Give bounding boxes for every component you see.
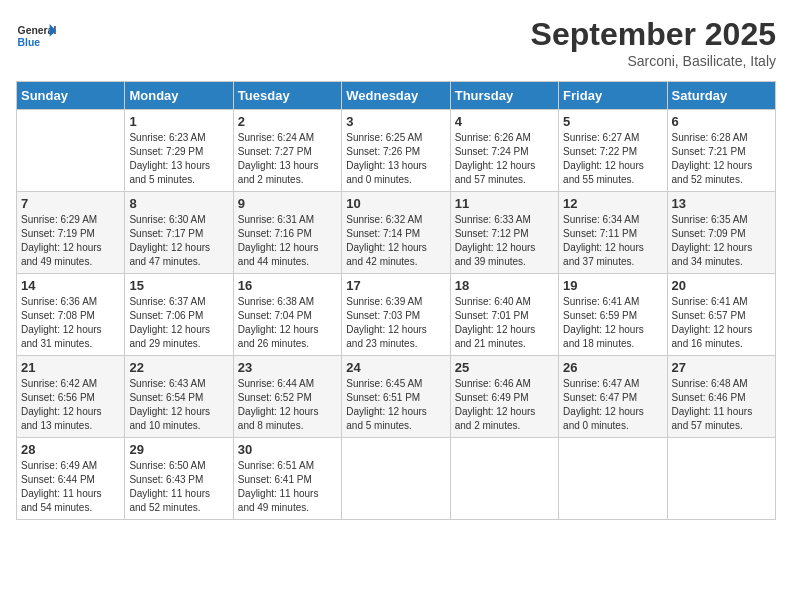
calendar-cell: 1Sunrise: 6:23 AM Sunset: 7:29 PM Daylig… <box>125 110 233 192</box>
day-info: Sunrise: 6:40 AM Sunset: 7:01 PM Dayligh… <box>455 295 554 351</box>
day-number: 29 <box>129 442 228 457</box>
col-header-thursday: Thursday <box>450 82 558 110</box>
day-number: 30 <box>238 442 337 457</box>
calendar-week-row: 14Sunrise: 6:36 AM Sunset: 7:08 PM Dayli… <box>17 274 776 356</box>
day-info: Sunrise: 6:25 AM Sunset: 7:26 PM Dayligh… <box>346 131 445 187</box>
calendar-cell: 25Sunrise: 6:46 AM Sunset: 6:49 PM Dayli… <box>450 356 558 438</box>
calendar-header-row: SundayMondayTuesdayWednesdayThursdayFrid… <box>17 82 776 110</box>
month-title: September 2025 <box>531 16 776 53</box>
calendar-cell <box>667 438 775 520</box>
calendar-cell: 17Sunrise: 6:39 AM Sunset: 7:03 PM Dayli… <box>342 274 450 356</box>
calendar-cell <box>450 438 558 520</box>
calendar-cell: 16Sunrise: 6:38 AM Sunset: 7:04 PM Dayli… <box>233 274 341 356</box>
calendar-cell: 27Sunrise: 6:48 AM Sunset: 6:46 PM Dayli… <box>667 356 775 438</box>
day-number: 17 <box>346 278 445 293</box>
calendar-cell: 29Sunrise: 6:50 AM Sunset: 6:43 PM Dayli… <box>125 438 233 520</box>
day-info: Sunrise: 6:37 AM Sunset: 7:06 PM Dayligh… <box>129 295 228 351</box>
day-number: 11 <box>455 196 554 211</box>
calendar-cell: 4Sunrise: 6:26 AM Sunset: 7:24 PM Daylig… <box>450 110 558 192</box>
col-header-saturday: Saturday <box>667 82 775 110</box>
day-info: Sunrise: 6:44 AM Sunset: 6:52 PM Dayligh… <box>238 377 337 433</box>
calendar-week-row: 1Sunrise: 6:23 AM Sunset: 7:29 PM Daylig… <box>17 110 776 192</box>
day-number: 26 <box>563 360 662 375</box>
day-info: Sunrise: 6:46 AM Sunset: 6:49 PM Dayligh… <box>455 377 554 433</box>
calendar-cell: 22Sunrise: 6:43 AM Sunset: 6:54 PM Dayli… <box>125 356 233 438</box>
day-info: Sunrise: 6:47 AM Sunset: 6:47 PM Dayligh… <box>563 377 662 433</box>
calendar-cell: 9Sunrise: 6:31 AM Sunset: 7:16 PM Daylig… <box>233 192 341 274</box>
col-header-friday: Friday <box>559 82 667 110</box>
day-number: 3 <box>346 114 445 129</box>
day-info: Sunrise: 6:30 AM Sunset: 7:17 PM Dayligh… <box>129 213 228 269</box>
day-number: 8 <box>129 196 228 211</box>
day-info: Sunrise: 6:38 AM Sunset: 7:04 PM Dayligh… <box>238 295 337 351</box>
col-header-wednesday: Wednesday <box>342 82 450 110</box>
day-info: Sunrise: 6:49 AM Sunset: 6:44 PM Dayligh… <box>21 459 120 515</box>
day-info: Sunrise: 6:28 AM Sunset: 7:21 PM Dayligh… <box>672 131 771 187</box>
col-header-monday: Monday <box>125 82 233 110</box>
calendar-cell: 10Sunrise: 6:32 AM Sunset: 7:14 PM Dayli… <box>342 192 450 274</box>
logo-icon: General Blue <box>16 16 56 56</box>
day-info: Sunrise: 6:24 AM Sunset: 7:27 PM Dayligh… <box>238 131 337 187</box>
col-header-tuesday: Tuesday <box>233 82 341 110</box>
calendar-cell: 21Sunrise: 6:42 AM Sunset: 6:56 PM Dayli… <box>17 356 125 438</box>
calendar-cell: 30Sunrise: 6:51 AM Sunset: 6:41 PM Dayli… <box>233 438 341 520</box>
day-info: Sunrise: 6:45 AM Sunset: 6:51 PM Dayligh… <box>346 377 445 433</box>
day-number: 13 <box>672 196 771 211</box>
day-number: 24 <box>346 360 445 375</box>
day-info: Sunrise: 6:36 AM Sunset: 7:08 PM Dayligh… <box>21 295 120 351</box>
day-info: Sunrise: 6:35 AM Sunset: 7:09 PM Dayligh… <box>672 213 771 269</box>
calendar-cell: 6Sunrise: 6:28 AM Sunset: 7:21 PM Daylig… <box>667 110 775 192</box>
day-number: 2 <box>238 114 337 129</box>
calendar-cell: 20Sunrise: 6:41 AM Sunset: 6:57 PM Dayli… <box>667 274 775 356</box>
calendar-cell <box>559 438 667 520</box>
calendar-cell: 2Sunrise: 6:24 AM Sunset: 7:27 PM Daylig… <box>233 110 341 192</box>
calendar-cell: 14Sunrise: 6:36 AM Sunset: 7:08 PM Dayli… <box>17 274 125 356</box>
calendar-cell: 8Sunrise: 6:30 AM Sunset: 7:17 PM Daylig… <box>125 192 233 274</box>
calendar-cell <box>342 438 450 520</box>
day-info: Sunrise: 6:26 AM Sunset: 7:24 PM Dayligh… <box>455 131 554 187</box>
day-info: Sunrise: 6:33 AM Sunset: 7:12 PM Dayligh… <box>455 213 554 269</box>
day-info: Sunrise: 6:23 AM Sunset: 7:29 PM Dayligh… <box>129 131 228 187</box>
calendar-cell: 5Sunrise: 6:27 AM Sunset: 7:22 PM Daylig… <box>559 110 667 192</box>
day-info: Sunrise: 6:39 AM Sunset: 7:03 PM Dayligh… <box>346 295 445 351</box>
day-number: 25 <box>455 360 554 375</box>
day-info: Sunrise: 6:50 AM Sunset: 6:43 PM Dayligh… <box>129 459 228 515</box>
header: General Blue September 2025 Sarconi, Bas… <box>16 16 776 69</box>
day-number: 23 <box>238 360 337 375</box>
day-info: Sunrise: 6:42 AM Sunset: 6:56 PM Dayligh… <box>21 377 120 433</box>
day-number: 22 <box>129 360 228 375</box>
svg-text:Blue: Blue <box>18 37 41 48</box>
calendar-cell: 12Sunrise: 6:34 AM Sunset: 7:11 PM Dayli… <box>559 192 667 274</box>
day-number: 28 <box>21 442 120 457</box>
day-number: 16 <box>238 278 337 293</box>
calendar-cell: 28Sunrise: 6:49 AM Sunset: 6:44 PM Dayli… <box>17 438 125 520</box>
day-number: 21 <box>21 360 120 375</box>
calendar-cell: 7Sunrise: 6:29 AM Sunset: 7:19 PM Daylig… <box>17 192 125 274</box>
day-info: Sunrise: 6:34 AM Sunset: 7:11 PM Dayligh… <box>563 213 662 269</box>
calendar-cell: 19Sunrise: 6:41 AM Sunset: 6:59 PM Dayli… <box>559 274 667 356</box>
day-number: 15 <box>129 278 228 293</box>
day-number: 12 <box>563 196 662 211</box>
calendar-cell: 13Sunrise: 6:35 AM Sunset: 7:09 PM Dayli… <box>667 192 775 274</box>
calendar-cell: 23Sunrise: 6:44 AM Sunset: 6:52 PM Dayli… <box>233 356 341 438</box>
calendar-week-row: 21Sunrise: 6:42 AM Sunset: 6:56 PM Dayli… <box>17 356 776 438</box>
calendar-cell: 3Sunrise: 6:25 AM Sunset: 7:26 PM Daylig… <box>342 110 450 192</box>
day-info: Sunrise: 6:31 AM Sunset: 7:16 PM Dayligh… <box>238 213 337 269</box>
day-info: Sunrise: 6:41 AM Sunset: 6:59 PM Dayligh… <box>563 295 662 351</box>
day-number: 9 <box>238 196 337 211</box>
col-header-sunday: Sunday <box>17 82 125 110</box>
calendar-cell: 11Sunrise: 6:33 AM Sunset: 7:12 PM Dayli… <box>450 192 558 274</box>
day-info: Sunrise: 6:27 AM Sunset: 7:22 PM Dayligh… <box>563 131 662 187</box>
day-info: Sunrise: 6:41 AM Sunset: 6:57 PM Dayligh… <box>672 295 771 351</box>
day-number: 18 <box>455 278 554 293</box>
calendar-cell: 18Sunrise: 6:40 AM Sunset: 7:01 PM Dayli… <box>450 274 558 356</box>
day-info: Sunrise: 6:29 AM Sunset: 7:19 PM Dayligh… <box>21 213 120 269</box>
day-info: Sunrise: 6:51 AM Sunset: 6:41 PM Dayligh… <box>238 459 337 515</box>
calendar-week-row: 7Sunrise: 6:29 AM Sunset: 7:19 PM Daylig… <box>17 192 776 274</box>
day-number: 20 <box>672 278 771 293</box>
day-number: 10 <box>346 196 445 211</box>
calendar-cell: 24Sunrise: 6:45 AM Sunset: 6:51 PM Dayli… <box>342 356 450 438</box>
day-number: 6 <box>672 114 771 129</box>
day-number: 4 <box>455 114 554 129</box>
calendar-table: SundayMondayTuesdayWednesdayThursdayFrid… <box>16 81 776 520</box>
